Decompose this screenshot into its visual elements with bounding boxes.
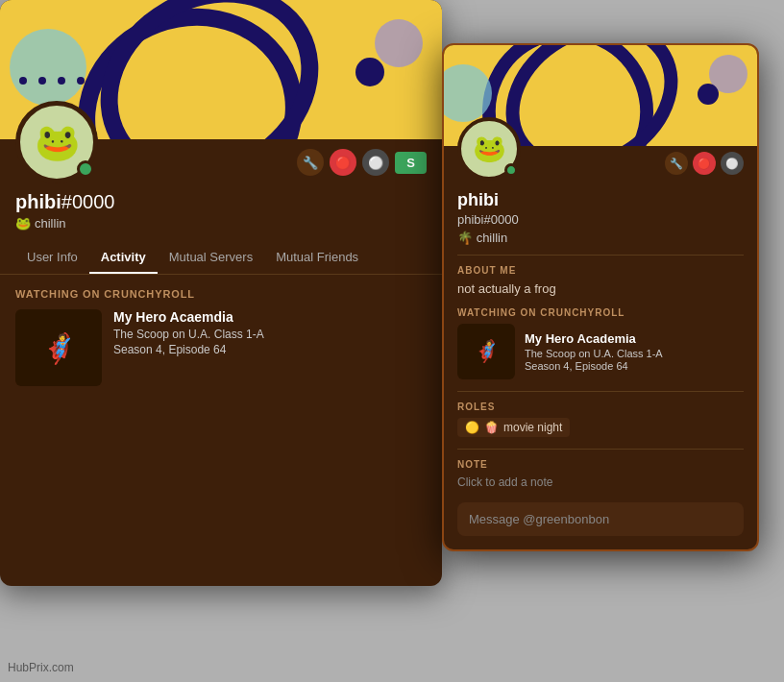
- red-button-front[interactable]: 🔴: [693, 152, 716, 175]
- activity-sub1-front: The Scoop on U.A. Class 1-A: [525, 348, 744, 359]
- front-action-row: 🔧 🔴 ⚪: [665, 152, 744, 181]
- avatar-area-front: 🐸 🔧 🔴 ⚪: [444, 117, 757, 181]
- toggle-button-front[interactable]: ⚪: [721, 152, 744, 175]
- activity-sub2-front: Season 4, Episode 64: [525, 360, 744, 372]
- tab-mutual-friends[interactable]: Mutual Friends: [264, 242, 370, 274]
- profile-card-back: 🐸 🔧 🔴 ⚪ S phibi#0000 🐸chillin User Info …: [0, 0, 442, 586]
- watermark: HubPrix.com: [8, 661, 74, 674]
- username-back: phibi#0000: [15, 191, 427, 213]
- divider: [457, 255, 744, 256]
- roles-label: ROLES: [457, 402, 744, 412]
- about-me-label: ABOUT ME: [457, 265, 744, 276]
- red-button[interactable]: 🔴: [330, 149, 356, 176]
- status-emoji-back: 🐸: [15, 216, 31, 231]
- profile-body-front: phibi phibi#0000 🌴 chillin ABOUT ME not …: [444, 181, 757, 549]
- profile-card-front: 🐸 🔧 🔴 ⚪ phibi phibi#0000 🌴 chillin ABOUT…: [442, 43, 759, 551]
- activity-item-front: 🦸 My Hero Academia The Scoop on U.A. Cla…: [457, 324, 744, 379]
- banner-decoration: [355, 58, 384, 86]
- banner-decoration: [19, 77, 27, 85]
- tab-user-info[interactable]: User Info: [15, 242, 89, 274]
- discriminator-front: phibi#0000: [457, 212, 744, 227]
- banner-decoration-front: [698, 84, 719, 105]
- activity-subtitle2-back: Season 4, Episode 64: [113, 343, 427, 356]
- wrench-button-front[interactable]: 🔧: [665, 152, 688, 175]
- avatar-area: 🐸 🔧 🔴 ⚪ S: [0, 101, 442, 183]
- profile-info-back: phibi#0000 🐸chillin: [0, 183, 442, 242]
- avatar-wrap: 🐸: [15, 101, 98, 183]
- avatar-wrap-front: 🐸: [457, 117, 521, 181]
- status-emoji-front: 🌴: [457, 231, 477, 245]
- activity-title-back: My Hero Acaemdia: [113, 309, 427, 325]
- tabs-row: User Info Activity Mutual Servers Mutual…: [0, 242, 442, 275]
- note-area: NOTE Click to add a note: [457, 459, 744, 489]
- activity-thumbnail-front: 🦸: [457, 324, 515, 379]
- divider3: [457, 449, 744, 450]
- tab-mutual-servers[interactable]: Mutual Servers: [158, 242, 264, 274]
- action-row: 🔧 🔴 ⚪ S: [297, 149, 427, 183]
- online-status-dot: [77, 160, 94, 178]
- frog-icon-front: 🐸: [473, 135, 506, 162]
- status-front: 🌴 chillin: [457, 231, 744, 245]
- message-input[interactable]: [457, 502, 744, 536]
- activity-title-front: My Hero Academia: [525, 331, 744, 346]
- activity-subtitle1-back: The Scoop on U.A. Class 1-A: [113, 328, 427, 341]
- activity-info-back: My Hero Acaemdia The Scoop on U.A. Class…: [113, 309, 427, 358]
- tab-activity[interactable]: Activity: [89, 242, 158, 274]
- note-label: NOTE: [457, 459, 744, 470]
- frog-icon: 🐸: [35, 124, 80, 160]
- banner-decoration: [10, 29, 86, 106]
- wrench-button[interactable]: 🔧: [297, 149, 324, 176]
- divider2: [457, 391, 744, 392]
- roles-area: ROLES 🟡 🍿 movie night: [457, 402, 744, 437]
- activity-info-front: My Hero Academia The Scoop on U.A. Class…: [525, 331, 744, 373]
- popcorn-icon: 🍿: [484, 421, 499, 434]
- username-front: phibi: [457, 190, 744, 210]
- banner-decoration: [375, 19, 423, 67]
- activity-thumbnail-back: 🦸: [15, 309, 102, 386]
- yellow-circle-icon: 🟡: [465, 421, 479, 434]
- add-friend-button[interactable]: S: [395, 152, 427, 174]
- online-status-dot-front: [504, 163, 518, 177]
- role-badge: 🟡 🍿 movie night: [457, 418, 570, 437]
- note-placeholder[interactable]: Click to add a note: [457, 475, 744, 489]
- watching-label-back: WATCHING ON CRUNCHYROLL: [15, 288, 427, 300]
- status-back: 🐸chillin: [15, 216, 427, 231]
- watching-label-front: WATCHING ON CRUNCHYROLL: [457, 307, 744, 318]
- banner-decoration-front: [444, 64, 492, 122]
- content-area-back: WATCHING ON CRUNCHYROLL 🦸 My Hero Acaemd…: [0, 275, 442, 400]
- toggle-button[interactable]: ⚪: [362, 149, 389, 176]
- about-me-text: not actually a frog: [457, 281, 744, 296]
- activity-item-back: 🦸 My Hero Acaemdia The Scoop on U.A. Cla…: [15, 309, 427, 386]
